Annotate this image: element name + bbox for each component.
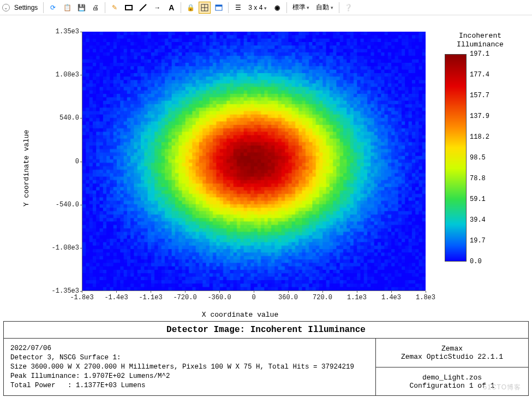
x-axis-label: X coordinate value (202, 311, 278, 319)
colorbar-legend: IncoherentIlluminance 197.1177.4157.7137… (445, 32, 516, 262)
pencil-icon[interactable]: ✎ (109, 2, 121, 14)
colorbar (445, 54, 467, 262)
y-axis-label: Y coordinate value (22, 130, 31, 206)
mode2-dropdown[interactable]: 自動 (314, 3, 336, 12)
copy-icon[interactable]: 📋 (61, 2, 73, 14)
separator (286, 2, 287, 13)
line-tool-icon[interactable] (137, 2, 149, 14)
help-icon[interactable]: ❔ (343, 2, 355, 14)
window-icon[interactable] (213, 2, 225, 14)
grid-dropdown[interactable]: 3 x 4 (246, 4, 269, 11)
info-panel: Detector Image: Incoherent Illuminance 2… (3, 321, 529, 396)
text-tool-icon[interactable]: A (165, 2, 177, 14)
separator (181, 2, 181, 13)
zoom-window-icon[interactable] (199, 2, 211, 14)
svg-rect-0 (125, 5, 132, 10)
info-title: Detector Image: Incoherent Illuminance (4, 322, 528, 339)
print-icon[interactable]: 🖨 (89, 2, 101, 14)
vendor-box: Zemax Zemax OpticStudio 22.1.1 (376, 339, 528, 367)
chart-area: Y coordinate value X coordinate value 1.… (0, 15, 532, 321)
separator (228, 2, 229, 13)
arrow-tool-icon[interactable]: → (151, 2, 163, 14)
svg-rect-6 (216, 5, 222, 7)
save-icon[interactable]: 💾 (75, 2, 87, 14)
heatmap-plot[interactable] (82, 32, 426, 291)
layers-icon[interactable]: ☰ (232, 2, 244, 14)
rectangle-tool-icon[interactable] (123, 2, 135, 14)
x-axis-ticks: -1.8e3-1.4e3-1.1e3-720.0-360.00360.0720.… (82, 294, 426, 303)
target-icon[interactable]: ◉ (271, 2, 283, 14)
lock-icon[interactable]: 🔒 (184, 2, 196, 14)
mode1-dropdown[interactable]: 標準 (290, 3, 312, 12)
separator (43, 2, 44, 13)
toolbar: ⌄ Settings ⟳ 📋 💾 🖨 ✎ → A 🔒 ☰ 3 x 4 ◉ 標準 … (0, 0, 532, 15)
separator (339, 2, 339, 13)
svg-line-1 (140, 4, 146, 11)
legend-title: IncoherentIlluminance (445, 32, 516, 49)
watermark: 51CTO博客 (483, 383, 521, 392)
separator (105, 2, 105, 13)
settings-button[interactable]: Settings (12, 4, 40, 11)
legend-ticks: 197.1177.4157.7137.9118.298.578.859.139.… (467, 54, 516, 262)
expand-icon[interactable]: ⌄ (2, 4, 10, 11)
refresh-icon[interactable]: ⟳ (47, 2, 59, 14)
info-text: 2022/07/06 Detector 3, NSCG Surface 1: S… (4, 339, 375, 395)
y-axis-ticks: 1.35e31.08e3540.00-540.0-1.08e3-1.35e3 (49, 32, 79, 291)
